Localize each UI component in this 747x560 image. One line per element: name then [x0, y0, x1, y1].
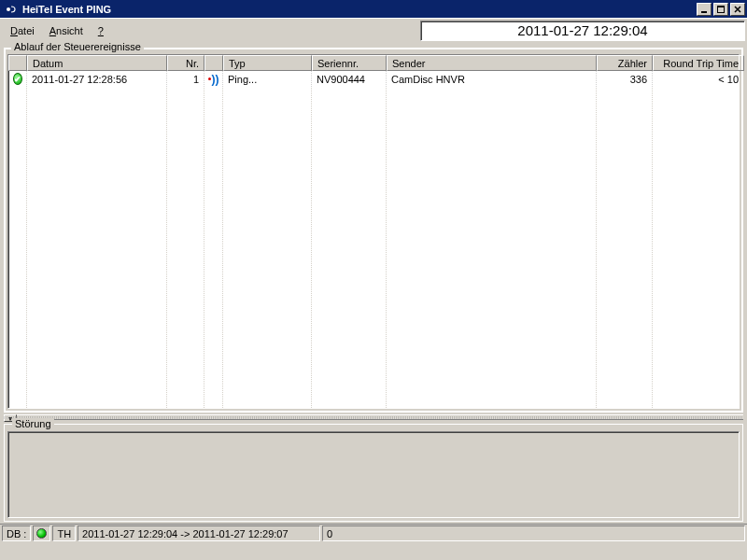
- cell-sender: CamDisc HNVR: [387, 71, 597, 87]
- clock-display: 2011-01-27 12:29:04: [420, 21, 745, 41]
- status-db-label: DB :: [7, 528, 26, 539]
- column-headers: Datum Nr. Typ Seriennr. Sender Zähler Ro…: [8, 55, 739, 71]
- fault-body: [7, 431, 740, 518]
- fault-groupbox-label: Störung: [12, 418, 54, 429]
- events-list[interactable]: Datum Nr. Typ Seriennr. Sender Zähler Ro…: [7, 54, 740, 409]
- table-row[interactable]: ✔ 2011-01-27 12:28:56 1 )) Ping... NV900…: [8, 71, 739, 87]
- status-led-icon: [36, 528, 47, 539]
- titlebar: HeiTel Event PING: [0, 0, 747, 18]
- svg-rect-1: [701, 11, 707, 13]
- col-zahler[interactable]: Zähler: [597, 55, 653, 71]
- statusbar: DB : TH 2011-01-27 12:29:04 -> 2011-01-2…: [0, 524, 747, 542]
- cell-nr: 1: [167, 71, 204, 87]
- cell-rtt: < 10: [653, 71, 739, 87]
- col-datum[interactable]: Datum: [27, 55, 167, 71]
- menubar-row: Datei Ansicht ? 2011-01-27 12:29:04: [0, 18, 747, 42]
- menu-help[interactable]: ?: [92, 23, 110, 38]
- cell-datum: 2011-01-27 12:28:56: [27, 71, 167, 87]
- col-icon[interactable]: [8, 55, 27, 71]
- col-typ-icon[interactable]: [204, 55, 223, 71]
- events-list-body[interactable]: ✔ 2011-01-27 12:28:56 1 )) Ping... NV900…: [8, 71, 739, 408]
- minimize-button[interactable]: [697, 3, 712, 16]
- status-db: DB :: [2, 525, 31, 541]
- col-sender[interactable]: Sender: [387, 55, 597, 71]
- app-icon: [4, 3, 19, 16]
- window-title: HeiTel Event PING: [22, 4, 695, 15]
- check-icon: ✔: [13, 73, 22, 85]
- cell-typ-icon: )): [204, 71, 223, 87]
- col-seriennr[interactable]: Seriennr.: [312, 55, 387, 71]
- row-status-icon: ✔: [8, 71, 27, 87]
- status-range: 2011-01-27 12:29:04 -> 2011-01-27 12:29:…: [78, 525, 320, 541]
- fault-groupbox: Störung: [4, 424, 743, 522]
- splitter[interactable]: ▾: [4, 414, 743, 420]
- status-led-cell: [33, 525, 50, 541]
- close-button[interactable]: [730, 3, 745, 16]
- col-typ[interactable]: Typ: [223, 55, 312, 71]
- col-nr[interactable]: Nr.: [167, 55, 204, 71]
- ping-icon: )): [208, 73, 219, 86]
- menu-datei[interactable]: Datei: [4, 23, 41, 38]
- cell-zahler: 336: [597, 71, 653, 87]
- menu-ansicht[interactable]: Ansicht: [43, 23, 90, 38]
- menubar: Datei Ansicht ?: [0, 23, 420, 38]
- status-extra: 0: [322, 525, 745, 541]
- col-rtt[interactable]: Round Trip Time: [653, 55, 744, 71]
- svg-point-0: [7, 7, 10, 11]
- maximize-button[interactable]: [713, 3, 728, 16]
- events-groupbox: Ablauf der Steuerereignisse Datum Nr. Ty…: [4, 48, 743, 413]
- svg-rect-3: [717, 6, 725, 7]
- cell-seriennr: NV900444: [312, 71, 387, 87]
- status-th: TH: [52, 525, 76, 541]
- cell-typ: Ping...: [223, 71, 312, 87]
- events-groupbox-label: Ablauf der Steuerereignisse: [11, 41, 144, 52]
